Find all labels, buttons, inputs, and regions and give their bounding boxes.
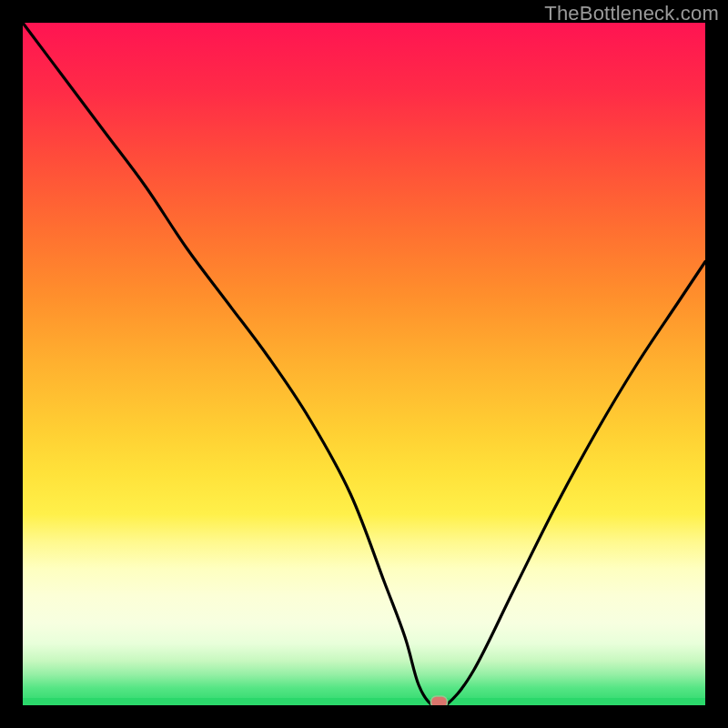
chart-container: TheBottleneck.com xyxy=(0,0,728,728)
optimal-marker xyxy=(431,696,448,705)
watermark-label: TheBottleneck.com xyxy=(544,2,719,25)
bottom-band xyxy=(23,698,705,705)
gradient-plot-area xyxy=(23,23,705,705)
bottleneck-chart xyxy=(23,23,705,705)
